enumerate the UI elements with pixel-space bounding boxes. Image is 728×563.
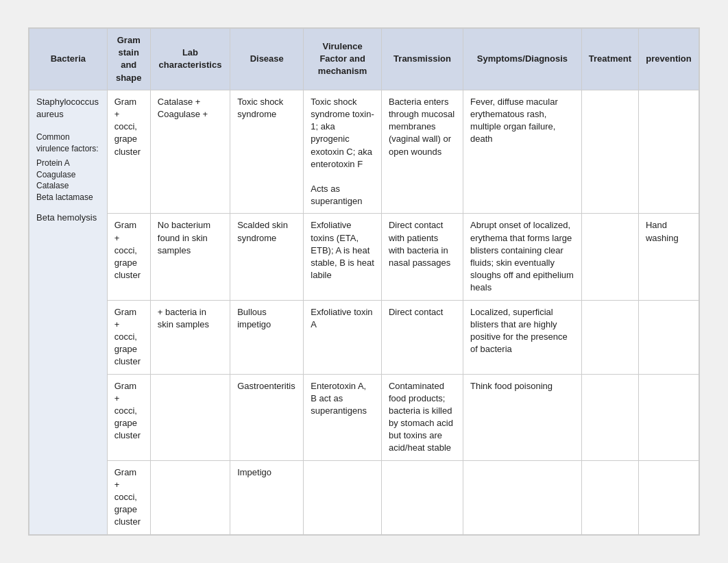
transmission-cell: Direct contact with patients with bacter… (381, 214, 463, 300)
disease-cell: Scalded skin syndrome (230, 214, 304, 300)
header-bacteria: Bacteria (29, 29, 108, 90)
symptoms-cell: Abrupt onset of localized, erythema that… (463, 214, 582, 300)
header-transmission: Transmission (381, 29, 463, 90)
lab-cell: No bacterium found in skin samples (150, 214, 230, 300)
treatment-cell (581, 374, 638, 460)
symptoms-cell: Fever, diffuse macular erythematous rash… (463, 90, 582, 214)
bacteria-name-cell: Staphylococcus aureus Common virulence f… (29, 90, 108, 534)
symptoms-cell (463, 460, 582, 534)
lab-cell (150, 374, 230, 460)
header-virulence: Virulence Factor and mechanism (304, 29, 382, 90)
factor-item: Coagulase (36, 169, 100, 181)
gram-cell: Gram + cocci, grape cluster (107, 374, 150, 460)
virulence-cell: Exfoliative toxins (ETA, ETB); A is heat… (304, 214, 382, 300)
virulence-cell: Toxic shock syndrome toxin-1; aka pyroge… (304, 90, 382, 214)
bacteria-name: Staphylococcus aureus (36, 96, 100, 121)
common-factors-label: Common virulence factors: (36, 132, 100, 155)
transmission-cell: Bacteria enters through mucosal membrane… (381, 90, 463, 214)
gram-cell: Gram + cocci, grape cluster (107, 300, 150, 374)
prevention-cell: Hand washing (638, 214, 699, 300)
main-table-container: Bacteria Gram stain and shape Lab charac… (28, 27, 700, 536)
factor-item: Protein A (36, 158, 100, 169)
disease-cell: Gastroenteritis (230, 374, 304, 460)
virulence-cell (304, 460, 382, 534)
prevention-cell (638, 460, 699, 534)
lab-cell: Catalase + Coagulase + (150, 90, 230, 214)
bacteria-table: Bacteria Gram stain and shape Lab charac… (29, 28, 699, 535)
prevention-cell (638, 374, 699, 460)
transmission-cell (381, 460, 463, 534)
prevention-cell (638, 300, 699, 374)
table-row: Gram + cocci, grape clusterGastroenterit… (29, 374, 699, 460)
header-gram: Gram stain and shape (107, 29, 150, 90)
beta-hemolysis: Beta hemolysis (36, 212, 100, 224)
table-header-row: Bacteria Gram stain and shape Lab charac… (29, 29, 699, 90)
header-treatment: Treatment (581, 29, 638, 90)
gram-cell: Gram + cocci, grape cluster (107, 460, 150, 534)
prevention-cell (638, 90, 699, 214)
disease-cell: Toxic shock syndrome (230, 90, 304, 214)
header-prevention: prevention (638, 29, 699, 90)
table-row: Gram + cocci, grape clusterNo bacterium … (29, 214, 699, 300)
factor-item: Beta lactamase (36, 192, 100, 203)
lab-cell (150, 460, 230, 534)
virulence-cell: Exfoliative toxin A (304, 300, 382, 374)
disease-cell: Impetigo (230, 460, 304, 534)
table-row: Staphylococcus aureus Common virulence f… (29, 90, 699, 214)
treatment-cell (581, 460, 638, 534)
transmission-cell: Contaminated food products; bacteria is … (381, 374, 463, 460)
factor-item: Catalase (36, 180, 100, 192)
disease-cell: Bullous impetigo (230, 300, 304, 374)
treatment-cell (581, 300, 638, 374)
header-lab: Lab characteristics (150, 29, 230, 90)
table-row: Gram + cocci, grape clusterImpetigo (29, 460, 699, 534)
gram-cell: Gram + cocci, grape cluster (107, 214, 150, 300)
symptoms-cell: Localized, superficial blisters that are… (463, 300, 582, 374)
table-row: Gram + cocci, grape cluster+ bacteria in… (29, 300, 699, 374)
gram-cell: Gram + cocci, grape cluster (107, 90, 150, 214)
virulence-cell: Enterotoxin A, B act as superantigens (304, 374, 382, 460)
header-disease: Disease (230, 29, 304, 90)
treatment-cell (581, 214, 638, 300)
header-symptoms: Symptoms/Diagnosis (463, 29, 582, 90)
transmission-cell: Direct contact (381, 300, 463, 374)
lab-cell: + bacteria in skin samples (150, 300, 230, 374)
treatment-cell (581, 90, 638, 214)
symptoms-cell: Think food poisoning (463, 374, 582, 460)
